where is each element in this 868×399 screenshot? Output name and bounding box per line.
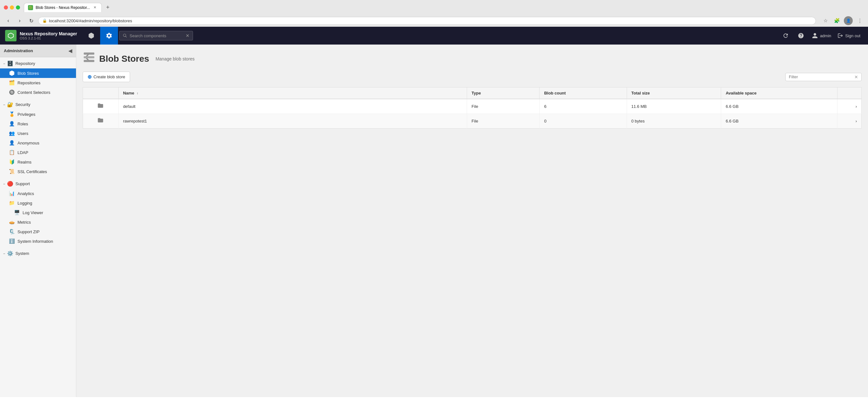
sidebar-group-security[interactable]: − 🔐 Security [0,99,76,110]
brand-text: Nexus Repository Manager OSS 3.2.1-01 [20,31,77,40]
th-blob-count[interactable]: Blob count [539,87,627,99]
sidebar-item-repositories-label: Repositories [18,81,40,85]
sidebar-item-system-information[interactable]: ℹ️ System Information [0,236,76,246]
bookmark-button[interactable]: ☆ [821,16,830,25]
signout-button[interactable]: Sign out [835,31,863,40]
th-total-size[interactable]: Total size [627,87,721,99]
table-body: default File 6 11.6 MB 6.6 GB › [83,99,862,129]
extensions-button[interactable]: 🧩 [832,16,841,25]
repositories-icon: 🗂️ [9,80,15,86]
row-type-rawrepotest1: File [467,114,539,129]
sidebar-group-support[interactable]: − 🔴 Support [0,179,76,189]
traffic-light-fullscreen[interactable] [16,5,20,9]
page-header: Blob Stores Manage blob stores [83,51,862,66]
table-row[interactable]: rawrepotest1 File 0 0 bytes 6.6 GB › [83,114,862,129]
row-total-size-default: 11.6 MB [627,99,721,114]
sidebar-item-ldap-label: LDAP [18,150,28,155]
help-icon [798,32,804,39]
address-bar[interactable]: 🔒 localhost:32004/#admin/repository/blob… [38,17,816,25]
repository-toggle: − [3,62,5,65]
ldap-icon: 📋 [9,149,15,155]
sidebar-item-analytics[interactable]: 📊 Analytics [0,189,76,198]
th-icon [83,87,119,99]
sidebar-section-security: − 🔐 Security 🏅 Privileges 👤 Roles 👥 User… [0,98,76,177]
system-toggle: − [3,252,5,256]
sidebar-item-ssl-certificates[interactable]: 📜 SSL Certificates [0,167,76,176]
blob-stores-icon: 📦 [9,70,15,76]
row-icon-cell-2 [83,114,119,129]
filter-input[interactable] [789,75,852,79]
sidebar-item-roles[interactable]: 👤 Roles [0,119,76,129]
sidebar-item-logging[interactable]: 📁 Logging [0,198,76,208]
sidebar-item-support-zip[interactable]: 🗜️ Support ZIP [0,227,76,236]
sidebar: Administration ◀ − 🗄️ Repository 📦 Blob … [0,45,76,397]
privileges-icon: 🏅 [9,111,15,117]
logging-icon: 📁 [9,200,15,206]
sidebar-group-repository[interactable]: − 🗄️ Repository [0,59,76,68]
svg-rect-2 [84,60,94,62]
row-total-size-rawrepotest1: 0 bytes [627,114,721,129]
create-blob-store-button[interactable]: ⊕ Create blob store [83,72,130,82]
sidebar-item-log-viewer[interactable]: 🖥️ Log Viewer [0,208,76,217]
th-name[interactable]: Name ↑ [118,87,467,99]
nav-icons [82,27,118,45]
row-blob-icon-2 [97,118,104,125]
row-blob-count-default: 6 [539,99,627,114]
th-available-space[interactable]: Available space [721,87,837,99]
sidebar-item-blob-stores-label: Blob Stores [18,71,39,76]
svg-rect-0 [84,53,94,55]
sidebar-item-anonymous[interactable]: 👤 Anonymous [0,138,76,148]
profile-button[interactable]: 👤 [844,16,853,25]
filter-input-wrap: ✕ [785,73,862,81]
new-tab-button[interactable]: + [104,3,112,12]
nav-user[interactable]: admin [809,31,834,40]
browse-nav-button[interactable] [82,27,100,45]
search-clear-button[interactable]: ✕ [186,33,189,38]
sidebar-item-users[interactable]: 👥 Users [0,129,76,138]
name-sort-icon: ↑ [137,92,138,95]
sidebar-item-privileges-label: Privileges [18,112,35,117]
table-row[interactable]: default File 6 11.6 MB 6.6 GB › [83,99,862,114]
reload-button[interactable]: ↻ [27,16,36,25]
browser-tab-active[interactable]: 🟢 Blob Stores - Nexus Repositor... ✕ [24,3,102,12]
sidebar-item-content-selectors[interactable]: 🔘 Content Selectors [0,87,76,97]
sidebar-item-metrics[interactable]: 🥧 Metrics [0,217,76,227]
traffic-light-minimize[interactable] [10,5,14,9]
security-toggle: − [3,103,5,107]
tab-close-button[interactable]: ✕ [93,5,98,10]
sidebar-item-blob-stores[interactable]: 📦 Blob Stores [0,68,76,78]
log-viewer-icon: 🖥️ [14,210,20,216]
th-type[interactable]: Type [467,87,539,99]
analytics-icon: 📊 [9,191,15,196]
sidebar-item-ldap[interactable]: 📋 LDAP [0,148,76,157]
back-button[interactable]: ‹ [4,16,13,25]
security-label: Security [15,102,30,107]
row-chevron-rawrepotest1[interactable]: › [837,114,861,129]
sidebar-group-system[interactable]: − ⚙️ System [0,249,76,258]
sidebar-item-repositories[interactable]: 🗂️ Repositories [0,78,76,87]
traffic-lights [4,5,20,9]
help-button[interactable] [794,29,808,42]
sidebar-item-log-viewer-label: Log Viewer [23,210,43,215]
table-header-row: Name ↑ Type Blob count Total size [83,87,862,99]
admin-nav-button[interactable] [100,27,118,45]
row-chevron-default[interactable]: › [837,99,861,114]
th-blob-count-label: Blob count [544,91,566,95]
filter-clear-button[interactable]: ✕ [854,75,858,80]
content-area: Blob Stores Manage blob stores ⊕ Create … [76,45,868,397]
sidebar-collapse-button[interactable]: ◀ [68,48,72,54]
sidebar-header: Administration ◀ [0,45,76,57]
support-zip-icon: 🗜️ [9,229,15,234]
row-type-default: File [467,99,539,114]
sidebar-item-privileges[interactable]: 🏅 Privileges [0,110,76,119]
system-icon: ⚙️ [7,250,13,256]
security-icon: 🔐 [7,102,13,108]
search-input[interactable] [130,33,183,38]
page-header-icon [83,51,95,66]
browser-menu-button[interactable]: ⋮ [855,16,864,25]
forward-button[interactable]: › [15,16,24,25]
traffic-light-close[interactable] [4,5,8,9]
refresh-button[interactable] [779,29,793,42]
sidebar-section-system: − ⚙️ System [0,247,76,260]
sidebar-item-realms[interactable]: 🔰 Realms [0,157,76,167]
